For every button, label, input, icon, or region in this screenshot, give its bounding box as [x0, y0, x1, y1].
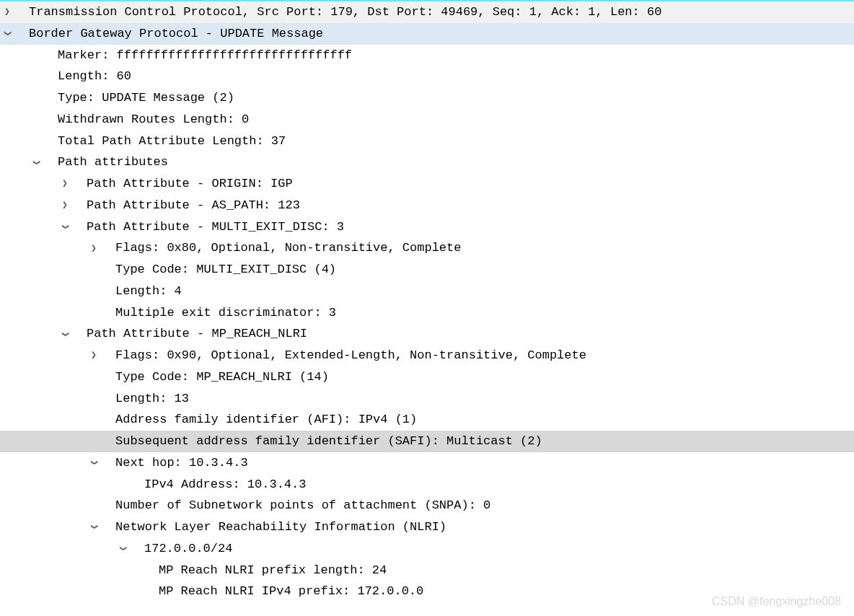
field-label: Path Attribute - ORIGIN: IGP: [87, 173, 293, 195]
chevron-right-icon[interactable]: ❯: [87, 244, 101, 253]
field-label: Length: 4: [115, 281, 182, 302]
field-label: MP Reach NLRI prefix length: 24: [159, 560, 387, 581]
path-attr-mpreach[interactable]: ❯ Path Attribute - MP_REACH_NLRI: [0, 323, 854, 345]
chevron-down-icon[interactable]: ❯: [3, 27, 12, 41]
med-value[interactable]: Multiple exit discriminator: 3: [0, 302, 854, 324]
bgp-marker[interactable]: Marker: ffffffffffffffffffffffffffffffff: [0, 45, 854, 66]
chevron-down-icon[interactable]: ❯: [32, 155, 41, 170]
mpreach-safi[interactable]: Subsequent address family identifier (SA…: [0, 431, 854, 452]
nlri-prefix[interactable]: ❯ 172.0.0.0/24: [0, 538, 854, 560]
nexthop-ipv4[interactable]: IPv4 Address: 10.3.4.3: [0, 474, 854, 496]
bgp-type[interactable]: Type: UPDATE Message (2): [0, 87, 854, 109]
field-label: Path Attribute - AS_PATH: 123: [87, 195, 300, 216]
bgp-row[interactable]: ❯ Border Gateway Protocol - UPDATE Messa…: [0, 23, 854, 45]
bgp-label: Border Gateway Protocol - UPDATE Message: [29, 23, 323, 45]
mpreach-nexthop[interactable]: ❯ Next hop: 10.3.4.3: [0, 452, 854, 474]
nlri-prefix-length[interactable]: MP Reach NLRI prefix length: 24: [0, 560, 854, 581]
mpreach-length[interactable]: Length: 13: [0, 388, 854, 410]
nlri-prefix-ipv4[interactable]: MP Reach NLRI IPv4 prefix: 172.0.0.0: [0, 581, 854, 602]
chevron-right-icon[interactable]: ❯: [58, 179, 72, 188]
tcp-label: Transmission Control Protocol, Src Port:…: [29, 1, 661, 23]
field-label: Subsequent address family identifier (SA…: [115, 431, 542, 452]
mpreach-afi[interactable]: Address family identifier (AFI): IPv4 (1…: [0, 409, 854, 431]
chevron-down-icon[interactable]: ❯: [61, 327, 70, 341]
mpreach-typecode[interactable]: Type Code: MP_REACH_NLRI (14): [0, 366, 854, 388]
field-label: Multiple exit discriminator: 3: [115, 302, 336, 324]
field-label: Network Layer Reachability Information (…: [115, 516, 446, 538]
med-typecode[interactable]: Type Code: MULTI_EXIT_DISC (4): [0, 259, 854, 281]
field-label: IPv4 Address: 10.3.4.3: [144, 474, 306, 496]
mpreach-snpa[interactable]: Number of Subnetwork points of attachmen…: [0, 495, 854, 516]
chevron-down-icon[interactable]: ❯: [89, 520, 99, 534]
mpreach-flags[interactable]: ❯ Flags: 0x90, Optional, Extended-Length…: [0, 345, 854, 366]
field-label: Flags: 0x80, Optional, Non-transitive, C…: [115, 237, 461, 259]
field-label: Type Code: MULTI_EXIT_DISC (4): [115, 259, 336, 281]
field-label: MP Reach NLRI IPv4 prefix: 172.0.0.0: [159, 581, 423, 602]
field-label: Path attributes: [58, 151, 168, 173]
chevron-right-icon[interactable]: ❯: [87, 351, 101, 360]
field-label: Type: UPDATE Message (2): [58, 87, 234, 109]
field-label: Address family identifier (AFI): IPv4 (1…: [115, 409, 417, 431]
field-label: Path Attribute - MULTI_EXIT_DISC: 3: [87, 216, 344, 238]
chevron-down-icon[interactable]: ❯: [89, 456, 99, 470]
bgp-total-path-attr[interactable]: Total Path Attribute Length: 37: [0, 131, 854, 152]
field-label: Length: 13: [115, 388, 189, 410]
field-label: Withdrawn Routes Length: 0: [58, 109, 249, 131]
field-label: Total Path Attribute Length: 37: [58, 131, 286, 152]
field-label: Marker: ffffffffffffffffffffffffffffffff: [58, 45, 352, 66]
field-label: Path Attribute - MP_REACH_NLRI: [87, 323, 307, 345]
tcp-row[interactable]: ❯ Transmission Control Protocol, Src Por…: [0, 0, 854, 23]
med-length[interactable]: Length: 4: [0, 281, 854, 302]
path-attr-origin[interactable]: ❯ Path Attribute - ORIGIN: IGP: [0, 173, 854, 195]
path-attr-aspath[interactable]: ❯ Path Attribute - AS_PATH: 123: [0, 195, 854, 216]
path-attributes-row[interactable]: ❯ Path attributes: [0, 151, 854, 173]
field-label: Next hop: 10.3.4.3: [115, 452, 248, 474]
field-label: Number of Subnetwork points of attachmen…: [115, 495, 490, 516]
chevron-down-icon[interactable]: ❯: [61, 219, 70, 234]
field-label: Type Code: MP_REACH_NLRI (14): [115, 366, 329, 388]
field-label: Length: 60: [58, 66, 131, 87]
chevron-down-icon[interactable]: ❯: [118, 542, 128, 556]
chevron-right-icon[interactable]: ❯: [58, 201, 72, 210]
packet-tree: ❯ Transmission Control Protocol, Src Por…: [0, 0, 854, 602]
field-label: Flags: 0x90, Optional, Extended-Length, …: [115, 345, 586, 366]
path-attr-med[interactable]: ❯ Path Attribute - MULTI_EXIT_DISC: 3: [0, 216, 854, 238]
bgp-withdrawn[interactable]: Withdrawn Routes Length: 0: [0, 109, 854, 131]
med-flags[interactable]: ❯ Flags: 0x80, Optional, Non-transitive,…: [0, 237, 854, 259]
field-label: 172.0.0.0/24: [144, 538, 232, 560]
chevron-right-icon[interactable]: ❯: [0, 7, 14, 17]
mpreach-nlri[interactable]: ❯ Network Layer Reachability Information…: [0, 516, 854, 538]
bgp-length[interactable]: Length: 60: [0, 66, 854, 87]
